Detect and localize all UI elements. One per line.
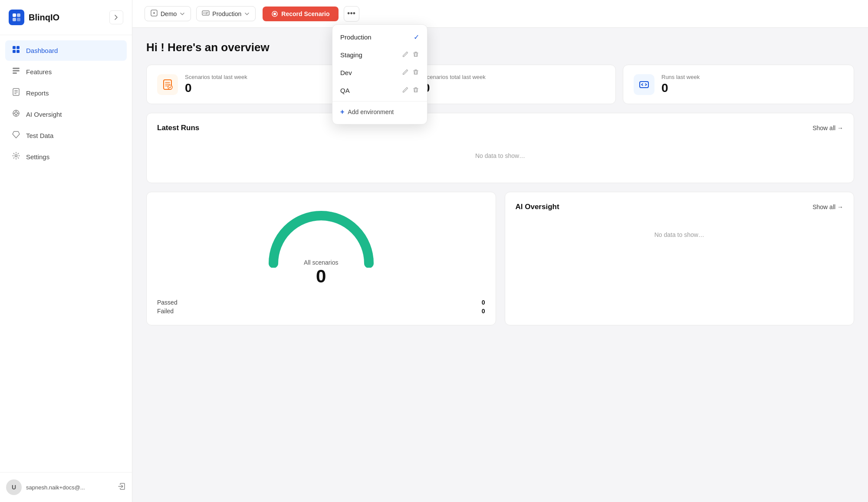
user-avatar: U bbox=[6, 479, 22, 495]
svg-point-25 bbox=[204, 13, 205, 14]
sidebar-item-dashboard[interactable]: Dashboard bbox=[5, 40, 127, 61]
sidebar-item-reports-label: Reports bbox=[26, 89, 49, 97]
svg-rect-5 bbox=[16, 46, 20, 49]
user-email: sapnesh.naik+docs@... bbox=[26, 484, 113, 491]
svg-point-16 bbox=[15, 112, 17, 115]
environment-dropdown: Production ✓ Staging Dev bbox=[332, 24, 427, 125]
dropdown-staging-label: Staging bbox=[340, 51, 362, 59]
logout-icon[interactable] bbox=[117, 482, 126, 493]
gauge-card: All scenarios 0 Passed 0 Failed 0 bbox=[146, 192, 496, 325]
ai-oversight-title: AI Oversight bbox=[516, 203, 559, 211]
bottom-row: All scenarios 0 Passed 0 Failed 0 bbox=[146, 192, 854, 325]
gauge-svg bbox=[265, 207, 378, 268]
dropdown-item-qa[interactable]: QA bbox=[332, 82, 427, 99]
env-icon bbox=[202, 9, 210, 18]
workspace-selector[interactable]: Demo bbox=[145, 6, 191, 21]
sidebar-nav: Dashboard Features Reports bbox=[0, 35, 132, 472]
dev-delete-icon[interactable] bbox=[412, 69, 419, 77]
dropdown-divider bbox=[332, 101, 427, 102]
stat-icon-2 bbox=[634, 74, 654, 95]
dropdown-item-production[interactable]: Production ✓ bbox=[332, 28, 427, 46]
add-env-label: Add environment bbox=[348, 108, 394, 115]
dev-edit-icon[interactable] bbox=[402, 69, 409, 77]
app-name: BlinqIO bbox=[29, 13, 59, 23]
sidebar-item-test-data-label: Test Data bbox=[26, 132, 53, 139]
env-label: Production bbox=[212, 10, 241, 17]
record-scenario-button[interactable]: Record Scenario bbox=[263, 7, 338, 21]
latest-runs-no-data: No data to show… bbox=[157, 139, 843, 172]
ai-oversight-show-all[interactable]: Show all → bbox=[812, 203, 843, 210]
ai-oversight-icon bbox=[11, 109, 21, 120]
sidebar-item-features-label: Features bbox=[26, 68, 52, 75]
more-icon: ••• bbox=[347, 9, 355, 18]
gauge-passed-label: Passed bbox=[157, 299, 178, 306]
ai-oversight-no-data: No data to show… bbox=[516, 218, 844, 251]
svg-rect-6 bbox=[13, 50, 16, 53]
svg-rect-8 bbox=[13, 68, 20, 69]
plus-icon: + bbox=[340, 108, 344, 116]
latest-runs-title: Latest Runs bbox=[157, 124, 199, 132]
gauge-failed-row: Failed 0 bbox=[157, 308, 485, 315]
svg-rect-4 bbox=[13, 46, 16, 49]
sidebar: BlinqIO Dashboard bbox=[0, 0, 132, 502]
env-chevron-icon bbox=[244, 11, 250, 17]
svg-rect-27 bbox=[205, 13, 207, 14]
main-content: Hi ! Here's an overview Scenarios total … bbox=[132, 28, 868, 502]
workspace-icon bbox=[150, 9, 158, 18]
qa-edit-icon[interactable] bbox=[402, 86, 409, 95]
sidebar-item-test-data[interactable]: Test Data bbox=[5, 125, 127, 146]
dropdown-dev-label: Dev bbox=[340, 69, 352, 76]
settings-icon bbox=[11, 151, 21, 162]
stat-card-2: Runs last week 0 bbox=[623, 65, 854, 104]
svg-rect-13 bbox=[14, 92, 18, 93]
latest-runs-card: Latest Runs Show all → No data to show… bbox=[146, 113, 854, 183]
svg-rect-2 bbox=[13, 18, 16, 21]
page-title: Hi ! Here's an overview bbox=[146, 41, 854, 54]
gauge-label: All scenarios bbox=[304, 259, 338, 266]
svg-rect-0 bbox=[13, 13, 16, 17]
sidebar-collapse-button[interactable] bbox=[109, 10, 123, 24]
gauge-stats: Passed 0 Failed 0 bbox=[157, 299, 485, 315]
qa-delete-icon[interactable] bbox=[412, 86, 419, 95]
gauge-failed-label: Failed bbox=[157, 308, 174, 315]
sidebar-item-settings-label: Settings bbox=[26, 153, 49, 161]
latest-runs-show-all[interactable]: Show all → bbox=[812, 125, 843, 131]
production-check-icon: ✓ bbox=[414, 33, 419, 41]
dropdown-item-dev[interactable]: Dev bbox=[332, 64, 427, 82]
svg-rect-14 bbox=[14, 93, 16, 94]
dropdown-item-staging[interactable]: Staging bbox=[332, 46, 427, 64]
stats-row: Scenarios total last week 0 Scenarios to… bbox=[146, 65, 854, 104]
more-options-button[interactable]: ••• bbox=[344, 6, 359, 22]
svg-rect-33 bbox=[640, 82, 648, 88]
gauge-passed-row: Passed 0 bbox=[157, 299, 485, 306]
svg-rect-3 bbox=[17, 18, 20, 21]
environment-selector[interactable]: Production bbox=[196, 6, 256, 21]
add-environment-button[interactable]: + Add environment bbox=[332, 103, 427, 121]
staging-delete-icon[interactable] bbox=[412, 51, 419, 59]
sidebar-item-ai-oversight[interactable]: AI Oversight bbox=[5, 104, 127, 125]
record-btn-label: Record Scenario bbox=[281, 10, 329, 17]
reports-icon bbox=[11, 88, 21, 98]
ai-oversight-card: AI Oversight Show all → No data to show… bbox=[505, 192, 855, 325]
svg-rect-1 bbox=[17, 13, 20, 17]
workspace-chevron-icon bbox=[179, 11, 185, 17]
main-area: Demo Production bbox=[132, 0, 868, 502]
staging-edit-icon[interactable] bbox=[402, 51, 409, 59]
gauge-center: All scenarios 0 bbox=[304, 259, 338, 287]
dropdown-production-label: Production bbox=[340, 33, 372, 41]
stat-label-2: Runs last week bbox=[661, 74, 700, 80]
stat-value-2: 0 bbox=[661, 81, 700, 95]
sidebar-item-reports[interactable]: Reports bbox=[5, 83, 127, 103]
topbar: Demo Production bbox=[132, 0, 868, 28]
sidebar-item-settings[interactable]: Settings bbox=[5, 147, 127, 167]
gauge-passed-value: 0 bbox=[482, 299, 485, 306]
stat-value-1: 0 bbox=[423, 81, 486, 95]
sidebar-item-features[interactable]: Features bbox=[5, 62, 127, 82]
gauge-failed-value: 0 bbox=[482, 308, 485, 315]
record-icon bbox=[271, 10, 278, 17]
sidebar-item-ai-oversight-label: AI Oversight bbox=[26, 111, 62, 118]
stat-label-0: Scenarios total last week bbox=[185, 74, 247, 80]
dashboard-icon bbox=[11, 45, 21, 56]
sidebar-footer: U sapnesh.naik+docs@... bbox=[0, 472, 132, 502]
svg-rect-12 bbox=[14, 90, 18, 91]
